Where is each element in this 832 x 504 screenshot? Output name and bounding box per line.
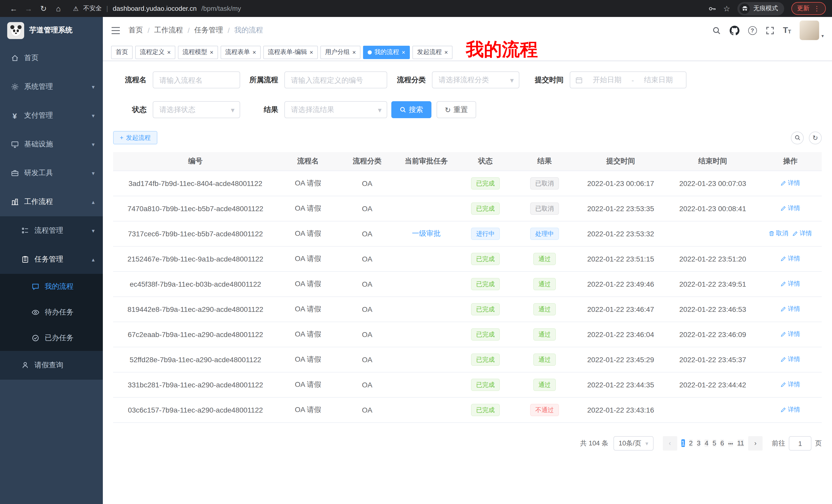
- detail-action[interactable]: 详情: [781, 254, 800, 263]
- search-button[interactable]: 搜索: [391, 101, 432, 118]
- back-icon[interactable]: ←: [6, 4, 21, 13]
- breadcrumb-item[interactable]: 任务管理: [194, 26, 223, 35]
- column-header: 结果: [514, 152, 575, 171]
- tab-流程表单-编辑[interactable]: 流程表单-编辑×: [263, 46, 318, 59]
- process-definition-input[interactable]: [284, 72, 387, 88]
- toggle-search-icon[interactable]: [791, 131, 804, 144]
- tab-流程表单[interactable]: 流程表单×: [220, 46, 261, 59]
- search-icon[interactable]: [712, 26, 721, 35]
- sidebar-item-workflow[interactable]: 工作流程 ▴: [0, 188, 103, 216]
- page-button-4[interactable]: 4: [705, 439, 708, 447]
- cell-submit-time: 2022-01-22 23:53:35: [575, 196, 667, 221]
- tab-流程定义[interactable]: 流程定义×: [135, 46, 175, 59]
- result-select[interactable]: 请选择流结果 ▾: [284, 101, 387, 118]
- tab-close-icon[interactable]: ×: [310, 49, 313, 56]
- hamburger-icon[interactable]: [111, 26, 120, 34]
- refresh-table-icon[interactable]: ↻: [809, 131, 822, 144]
- detail-action[interactable]: 详情: [781, 405, 800, 414]
- category-select[interactable]: 请选择流程分类 ▾: [432, 72, 519, 88]
- yen-icon: ¥: [10, 111, 19, 120]
- prev-page-button[interactable]: ‹: [662, 436, 677, 451]
- page-button-6[interactable]: 6: [721, 439, 724, 447]
- column-header: 流程分类: [338, 152, 396, 171]
- breadcrumb-item[interactable]: 首页: [129, 26, 143, 35]
- detail-action[interactable]: 详情: [781, 279, 800, 288]
- tab-流程模型[interactable]: 流程模型×: [178, 46, 218, 59]
- incognito-badge[interactable]: 无痕模式: [737, 2, 784, 15]
- kebab-menu-icon[interactable]: ⋮: [813, 5, 820, 12]
- sidebar-item-process-management[interactable]: 流程管理 ▾: [0, 216, 103, 245]
- page-button-2[interactable]: 2: [689, 439, 693, 447]
- sidebar-item-devtools[interactable]: 研发工具 ▾: [0, 159, 103, 188]
- sidebar-item-leave-query[interactable]: 请假查询: [0, 351, 103, 380]
- sidebar-item-my-process[interactable]: 我的流程: [0, 274, 103, 300]
- tab-close-icon[interactable]: ×: [167, 49, 171, 56]
- password-key-icon[interactable]: [708, 4, 716, 12]
- tab-close-icon[interactable]: ×: [253, 49, 256, 56]
- sidebar-item-todo-tasks[interactable]: 待办任务: [0, 300, 103, 325]
- sidebar-item-infrastructure[interactable]: 基础设施 ▾: [0, 130, 103, 159]
- start-date-placeholder[interactable]: 开始日期: [585, 75, 629, 85]
- date-range-picker[interactable]: 开始日期 - 结束日期: [570, 72, 686, 88]
- cell-status: 已完成: [457, 246, 514, 271]
- address-bar[interactable]: ⚠ 不安全 | dashboard.yudao.iocoder.cn/bpm/t…: [73, 4, 708, 13]
- sidebar-item-done-tasks[interactable]: 已办任务: [0, 325, 103, 351]
- sidebar-item-system[interactable]: 系统管理 ▾: [0, 73, 103, 101]
- detail-action[interactable]: 详情: [781, 355, 800, 364]
- goto-page-input[interactable]: [789, 436, 811, 451]
- sidebar-item-home[interactable]: 首页: [0, 44, 103, 73]
- page-button-1[interactable]: 1: [681, 439, 685, 447]
- github-icon[interactable]: [729, 25, 739, 35]
- bookmark-star-icon[interactable]: ☆: [723, 4, 730, 13]
- status-select[interactable]: 请选择状态 ▾: [153, 101, 240, 118]
- tab-发起流程[interactable]: 发起流程×: [412, 46, 452, 59]
- detail-action[interactable]: 详情: [792, 229, 812, 238]
- page-button-5[interactable]: 5: [712, 439, 716, 447]
- tab-close-icon[interactable]: ×: [444, 49, 448, 56]
- tab-首页[interactable]: 首页: [111, 46, 133, 59]
- next-page-button[interactable]: ›: [748, 436, 762, 451]
- reload-icon[interactable]: ↻: [36, 4, 51, 13]
- app-logo: 芋道管理系统: [0, 17, 103, 44]
- fullscreen-icon[interactable]: [765, 26, 774, 35]
- breadcrumb-item[interactable]: 工作流程: [154, 26, 183, 35]
- font-size-icon[interactable]: TT: [783, 26, 791, 34]
- tab-close-icon[interactable]: ×: [210, 49, 213, 56]
- tab-close-icon[interactable]: ×: [352, 49, 356, 56]
- page-size-select[interactable]: 10条/页 ▾: [614, 436, 653, 451]
- reset-button[interactable]: ↻ 重置: [437, 101, 476, 118]
- table-row: 7317cec6-7b9b-11ec-b5b7-acde48001122OA 请…: [113, 221, 822, 246]
- filter-label: 提交时间: [519, 75, 570, 85]
- page-button-3[interactable]: 3: [697, 439, 700, 447]
- page-ellipsis[interactable]: •••: [728, 441, 733, 446]
- process-name-input[interactable]: [153, 72, 240, 88]
- chevron-down-icon: ▾: [92, 83, 95, 90]
- user-menu[interactable]: ▾: [800, 21, 824, 40]
- sidebar-item-task-management[interactable]: 任务管理 ▴: [0, 245, 103, 274]
- create-process-button[interactable]: + 发起流程: [113, 131, 157, 144]
- update-button[interactable]: 更新 ⋮: [791, 2, 826, 15]
- end-date-placeholder[interactable]: 结束日期: [636, 75, 681, 85]
- cell-process-name: OA 请假: [278, 196, 338, 221]
- result-tag: 通过: [533, 328, 556, 340]
- page-button-11[interactable]: 11: [737, 439, 744, 447]
- tab-close-icon[interactable]: ×: [401, 49, 405, 56]
- forward-icon[interactable]: →: [21, 4, 36, 13]
- table-row: 52ffd28e-7b9a-11ec-a290-acde48001122OA 请…: [113, 347, 822, 372]
- cancel-action[interactable]: 取消: [769, 229, 788, 238]
- detail-action[interactable]: 详情: [781, 330, 800, 339]
- detail-action[interactable]: 详情: [781, 380, 800, 389]
- cell-category: OA: [338, 372, 396, 397]
- tab-我的流程[interactable]: 我的流程×: [363, 46, 410, 59]
- home-icon[interactable]: ⌂: [51, 4, 66, 13]
- tab-用户分组[interactable]: 用户分组×: [320, 46, 361, 59]
- avatar[interactable]: [800, 21, 820, 40]
- detail-action[interactable]: 详情: [781, 179, 800, 188]
- sidebar-item-payment[interactable]: ¥ 支付管理 ▾: [0, 101, 103, 130]
- detail-action[interactable]: 详情: [781, 305, 800, 313]
- cell-actions: 详情: [759, 347, 822, 372]
- detail-action[interactable]: 详情: [781, 204, 800, 213]
- help-icon[interactable]: ?: [748, 26, 757, 35]
- filter-label: 流程名: [113, 75, 153, 85]
- current-task-link[interactable]: 一级审批: [412, 229, 441, 237]
